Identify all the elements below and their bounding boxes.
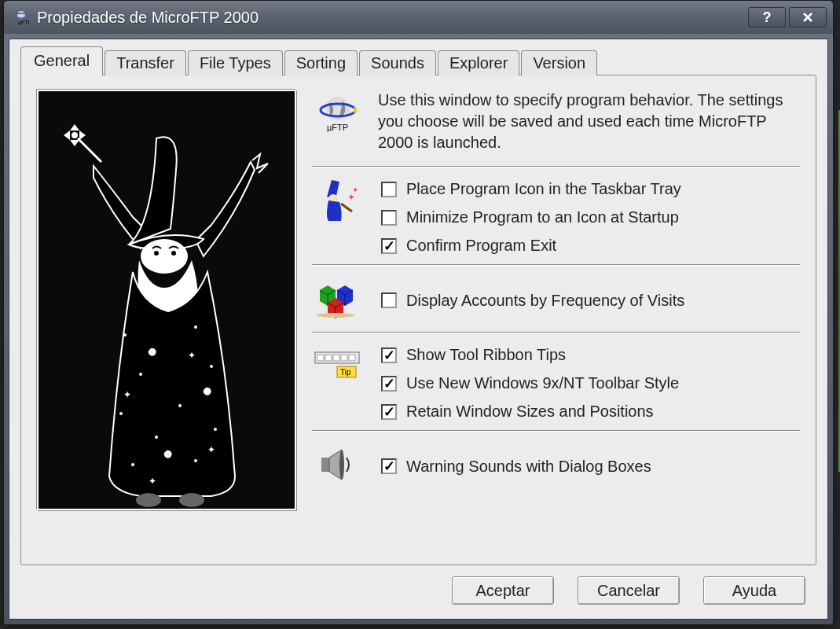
option-label: Display Accounts by Frequency of Visits: [406, 292, 684, 310]
option-row: Show Tool Ribbon Tips: [381, 346, 679, 364]
svg-text:Tip: Tip: [340, 368, 351, 377]
option-label: Use New Windows 9x/NT Toolbar Style: [406, 374, 679, 392]
option-label: Warning Sounds with Dialog Boxes: [406, 458, 651, 476]
option-row: Confirm Program Exit: [381, 237, 681, 255]
svg-point-8: [171, 251, 176, 256]
option-label: Retain Window Sizes and Positions: [406, 403, 654, 421]
svg-point-11: [139, 373, 142, 376]
svg-rect-34: [317, 355, 324, 361]
svg-point-15: [155, 436, 158, 439]
checkbox[interactable]: [381, 348, 397, 363]
svg-text:✦: ✦: [149, 476, 156, 487]
app-icon: µFTP: [13, 9, 29, 25]
svg-point-23: [136, 493, 161, 507]
svg-point-12: [210, 365, 213, 368]
option-row: Display Accounts by Frequency of Visits: [381, 292, 684, 310]
help-dialog-button[interactable]: Ayuda: [703, 576, 805, 605]
option-row: Minimize Program to an Icon at Startup: [381, 208, 681, 226]
tab-explorer[interactable]: Explorer: [438, 50, 519, 75]
tab-panel-general: ✦ ✦ ✦ ✦: [20, 75, 816, 565]
svg-point-18: [194, 459, 197, 462]
svg-point-16: [214, 428, 217, 431]
window-title: Propiedades de MicroFTP 2000: [37, 9, 745, 27]
svg-text:✦: ✦: [123, 389, 131, 400]
option-row: Retain Window Sizes and Positions: [381, 403, 679, 421]
svg-point-32: [317, 313, 354, 318]
divider: [312, 264, 800, 266]
svg-point-24: [179, 493, 204, 507]
option-row: Use New Windows 9x/NT Toolbar Style: [381, 374, 679, 392]
divider: [312, 332, 800, 333]
checkbox[interactable]: [381, 404, 397, 420]
option-row: Place Program Icon in the Taskbar Tray: [381, 180, 681, 198]
svg-point-14: [178, 404, 182, 407]
svg-text:✦: ✦: [352, 186, 358, 194]
tab-general[interactable]: General: [20, 46, 103, 76]
svg-line-29: [341, 204, 352, 212]
svg-rect-38: [349, 355, 355, 361]
ok-button[interactable]: Aceptar: [452, 576, 554, 605]
svg-point-7: [154, 251, 159, 256]
tab-strip: General Transfer File Types Sorting Soun…: [20, 47, 816, 75]
tab-filetypes[interactable]: File Types: [188, 50, 283, 75]
option-label: Minimize Program to an Icon at Startup: [406, 208, 679, 226]
svg-rect-35: [325, 355, 332, 361]
wizard-image: ✦ ✦ ✦ ✦: [37, 90, 296, 510]
client-area: General Transfer File Types Sorting Soun…: [9, 39, 828, 620]
checkbox[interactable]: [381, 458, 397, 474]
svg-point-6: [141, 239, 188, 274]
svg-point-9: [123, 333, 127, 337]
close-button[interactable]: [789, 7, 827, 28]
option-label: Confirm Program Exit: [406, 237, 556, 255]
svg-text:µFTP: µFTP: [18, 20, 29, 25]
option-label: Show Tool Ribbon Tips: [406, 346, 566, 364]
svg-rect-36: [333, 355, 339, 361]
svg-point-13: [119, 412, 123, 415]
speaker-icon: [312, 441, 364, 488]
checkbox[interactable]: [381, 238, 397, 254]
tab-version[interactable]: Version: [521, 50, 597, 75]
divider: [312, 430, 800, 432]
checkbox[interactable]: [381, 182, 397, 197]
blocks-icon: [312, 275, 364, 322]
svg-point-10: [194, 326, 197, 329]
tab-transfer[interactable]: Transfer: [105, 50, 186, 75]
svg-text:✦: ✦: [207, 444, 215, 455]
svg-rect-41: [321, 458, 329, 472]
svg-point-5: [72, 132, 78, 138]
ftp-globe-icon: µFTP: [312, 90, 364, 137]
option-label: Place Program Icon in the Taskbar Tray: [406, 180, 681, 198]
titlebar[interactable]: µFTP Propiedades de MicroFTP 2000 ?: [4, 1, 833, 34]
checkbox[interactable]: [381, 210, 397, 226]
checkbox[interactable]: [381, 376, 397, 392]
toolbar-tip-icon: Tip: [312, 343, 364, 390]
tab-sounds[interactable]: Sounds: [359, 50, 436, 75]
help-button[interactable]: ?: [748, 7, 786, 28]
divider: [312, 166, 800, 167]
tab-sorting[interactable]: Sorting: [284, 50, 358, 75]
svg-point-42: [339, 450, 344, 480]
settings-column: µFTP Use this window to specify program …: [312, 90, 800, 554]
svg-text:µFTP: µFTP: [327, 123, 348, 132]
svg-point-17: [131, 463, 134, 466]
intro-text: Use this window to specify program behav…: [378, 90, 800, 153]
option-row: Warning Sounds with Dialog Boxes: [381, 458, 651, 476]
svg-text:✦: ✦: [188, 350, 196, 361]
wizard-small-icon: ✦ ✦: [312, 177, 364, 224]
cancel-button[interactable]: Cancelar: [578, 576, 680, 605]
checkbox[interactable]: [381, 292, 397, 308]
properties-dialog: µFTP Propiedades de MicroFTP 2000 ? Gene…: [3, 0, 834, 625]
svg-rect-37: [341, 355, 347, 361]
dialog-buttons: Aceptar Cancelar Ayuda: [20, 565, 816, 609]
